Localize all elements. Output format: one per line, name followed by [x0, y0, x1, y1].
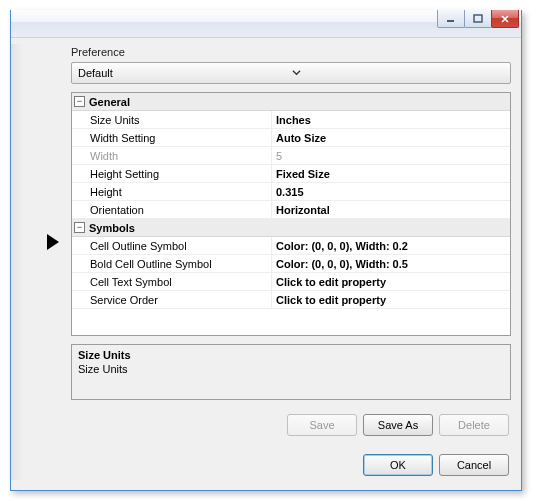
description-panel: Size Units Size Units [71, 344, 511, 400]
property-value[interactable]: Color: (0, 0, 0), Width: 0.2 [272, 237, 510, 254]
svg-rect-0 [447, 20, 454, 22]
cancel-button[interactable]: Cancel [439, 454, 509, 476]
property-row[interactable]: Height SettingFixed Size [72, 165, 510, 183]
property-value[interactable]: Horizontal [272, 201, 510, 218]
preference-buttons: Save Save As Delete [71, 414, 511, 436]
preference-selected-value: Default [78, 67, 292, 79]
property-row[interactable]: Bold Cell Outline SymbolColor: (0, 0, 0)… [72, 255, 510, 273]
svg-rect-1 [474, 15, 482, 22]
property-row[interactable]: Cell Outline SymbolColor: (0, 0, 0), Wid… [72, 237, 510, 255]
dialog-buttons: OK Cancel [71, 454, 511, 480]
property-row[interactable]: Size UnitsInches [72, 111, 510, 129]
property-row[interactable]: OrientationHorizontal [72, 201, 510, 219]
ok-button[interactable]: OK [363, 454, 433, 476]
property-row[interactable]: Width SettingAuto Size [72, 129, 510, 147]
property-group-header[interactable]: −Symbols [72, 219, 510, 237]
property-name: Width [72, 147, 272, 164]
dialog-content: Preference Default −GeneralSize UnitsInc… [11, 38, 521, 490]
preference-label: Preference [71, 44, 511, 62]
left-gutter [11, 44, 71, 480]
property-row[interactable]: Service OrderClick to edit property [72, 291, 510, 309]
property-value: 5 [272, 147, 510, 164]
property-name: Bold Cell Outline Symbol [72, 255, 272, 272]
description-title: Size Units [78, 349, 504, 361]
chevron-down-icon [292, 67, 506, 79]
save-as-button[interactable]: Save As [363, 414, 433, 436]
preference-select[interactable]: Default [71, 62, 511, 84]
property-name: Service Order [72, 291, 272, 308]
property-name: Size Units [72, 111, 272, 128]
property-group-label: Symbols [89, 222, 135, 234]
property-row: Width5 [72, 147, 510, 165]
window-controls [438, 10, 519, 28]
property-value[interactable]: Fixed Size [272, 165, 510, 182]
property-value[interactable]: Inches [272, 111, 510, 128]
property-name: Cell Outline Symbol [72, 237, 272, 254]
property-name: Height Setting [72, 165, 272, 182]
property-group-label: General [89, 96, 130, 108]
property-row[interactable]: Height0.315 [72, 183, 510, 201]
close-button[interactable] [491, 10, 519, 28]
titlebar [11, 10, 521, 38]
property-name: Width Setting [72, 129, 272, 146]
save-button: Save [287, 414, 357, 436]
property-value[interactable]: 0.315 [272, 183, 510, 200]
property-name: Height [72, 183, 272, 200]
property-value[interactable]: Click to edit property [272, 273, 510, 290]
property-value[interactable]: Color: (0, 0, 0), Width: 0.5 [272, 255, 510, 272]
property-row[interactable]: Cell Text SymbolClick to edit property [72, 273, 510, 291]
property-value[interactable]: Auto Size [272, 129, 510, 146]
property-name: Cell Text Symbol [72, 273, 272, 290]
main-panel: Preference Default −GeneralSize UnitsInc… [71, 44, 511, 480]
pointer-arrow-icon [47, 234, 59, 250]
property-value[interactable]: Click to edit property [272, 291, 510, 308]
delete-button: Delete [439, 414, 509, 436]
dialog-window: Preference Default −GeneralSize UnitsInc… [10, 10, 522, 491]
collapse-toggle-icon[interactable]: − [74, 222, 85, 233]
collapse-toggle-icon[interactable]: − [74, 96, 85, 107]
minimize-button[interactable] [437, 10, 465, 28]
maximize-button[interactable] [464, 10, 492, 28]
property-group-header[interactable]: −General [72, 93, 510, 111]
property-grid[interactable]: −GeneralSize UnitsInchesWidth SettingAut… [71, 92, 511, 336]
property-name: Orientation [72, 201, 272, 218]
description-body: Size Units [78, 363, 504, 375]
